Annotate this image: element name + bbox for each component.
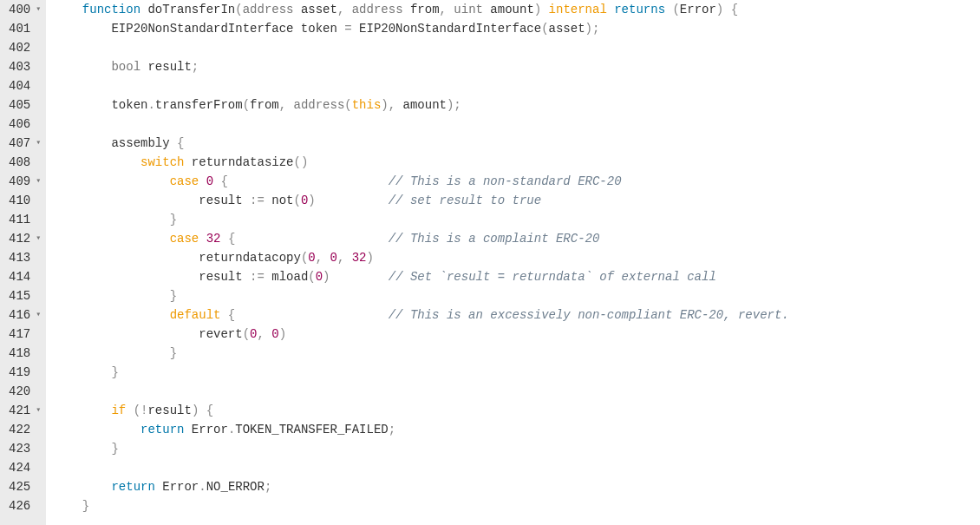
token-punct: , <box>337 251 352 265</box>
code-line[interactable]: } <box>53 363 980 382</box>
code-line[interactable]: token.transferFrom(from, address(this), … <box>53 95 980 115</box>
token-punct: ) <box>279 327 286 341</box>
line-number: 419 <box>9 363 41 382</box>
token-plain <box>126 404 133 417</box>
code-line[interactable]: } <box>53 286 980 305</box>
code-line[interactable]: return Error.NO_ERROR; <box>53 477 980 496</box>
code-line[interactable] <box>53 76 980 95</box>
code-line[interactable] <box>53 458 980 477</box>
code-editor[interactable]: 400▾401402403404405406407▾408409▾4104114… <box>0 0 980 525</box>
line-number: 415 <box>9 286 41 305</box>
line-number: 410 <box>9 191 41 210</box>
line-number: 404 <box>9 76 41 95</box>
token-punct: ( <box>243 327 250 341</box>
token-num: 32 <box>206 232 221 246</box>
token-plain <box>235 232 388 246</box>
token-plain: mload <box>265 270 308 284</box>
token-kw-type: bool <box>111 60 140 74</box>
token-comment: // This is an excessively non-compliant … <box>389 308 789 322</box>
token-kw-ret: return <box>140 423 184 436</box>
token-plain: from <box>403 3 440 16</box>
code-line[interactable]: returndatacopy(0, 0, 32) <box>53 248 980 267</box>
token-kw-sw: case <box>170 174 199 188</box>
token-comment: // This is a complaint ERC-20 <box>389 232 600 246</box>
token-kw-ret: returns <box>614 3 665 16</box>
code-line[interactable]: default { // This is an excessively non-… <box>53 305 980 325</box>
token-punct: ) { <box>192 404 213 417</box>
code-line[interactable]: EIP20NonStandardInterface token = EIP20N… <box>53 19 980 38</box>
line-number: 411 <box>9 210 41 229</box>
fold-marker-icon[interactable]: ▾ <box>36 0 41 19</box>
token-comment: // set result to true <box>389 194 541 207</box>
token-punct: , <box>257 327 271 341</box>
fold-marker-icon[interactable]: ▾ <box>36 229 41 248</box>
token-num: 0 <box>316 270 323 284</box>
code-area[interactable]: function doTransferIn(address asset, add… <box>46 0 980 525</box>
token-punct: , <box>279 98 294 112</box>
code-line[interactable] <box>53 382 980 401</box>
code-line[interactable]: revert(0, 0) <box>53 325 980 344</box>
token-kw-if: if <box>111 404 126 417</box>
line-number: 422 <box>9 420 41 439</box>
token-punct: ( <box>308 270 315 284</box>
token-plain <box>53 308 169 322</box>
code-line[interactable]: bool result; <box>53 57 980 76</box>
line-number: 416▾ <box>9 305 41 325</box>
line-number: 408 <box>9 153 41 172</box>
token-punct: ) <box>534 3 549 16</box>
token-num: 0 <box>206 174 213 188</box>
fold-marker-icon[interactable]: ▾ <box>36 134 41 153</box>
code-line[interactable]: result := not(0) // set result to true <box>53 191 980 210</box>
line-number: 400▾ <box>9 0 41 19</box>
token-punct: ( <box>243 98 250 112</box>
code-line[interactable]: } <box>53 210 980 229</box>
token-punct: , <box>337 3 352 16</box>
code-line[interactable]: case 32 { // This is a complaint ERC-20 <box>53 229 980 248</box>
code-line[interactable]: return Error.TOKEN_TRANSFER_FAILED; <box>53 420 980 439</box>
line-number-gutter: 400▾401402403404405406407▾408409▾4104114… <box>0 0 46 525</box>
token-plain: assembly <box>53 136 177 150</box>
line-number: 401 <box>9 19 41 38</box>
token-plain: result <box>53 270 250 284</box>
code-line[interactable]: switch returndatasize() <box>53 153 980 172</box>
code-line[interactable]: assembly { <box>53 134 980 153</box>
code-line[interactable]: result := mload(0) // Set `result = retu… <box>53 267 980 286</box>
code-line[interactable]: } <box>53 439 980 458</box>
token-punct: } <box>111 442 118 456</box>
code-line[interactable]: function doTransferIn(address asset, add… <box>53 0 980 19</box>
fold-marker-icon[interactable]: ▾ <box>36 172 41 191</box>
line-number: 405 <box>9 95 41 115</box>
token-plain <box>53 232 169 246</box>
token-punct: . <box>147 98 154 112</box>
token-plain <box>199 232 206 246</box>
token-plain: revert <box>53 327 242 341</box>
token-plain: from <box>250 98 279 112</box>
token-plain: doTransferIn <box>140 3 235 16</box>
token-plain: amount <box>483 3 534 16</box>
token-punct: ) <box>308 194 315 207</box>
token-kw-sw: case <box>170 232 199 246</box>
token-plain <box>220 232 227 246</box>
code-line[interactable]: if (!result) { <box>53 401 980 420</box>
token-punct: (! <box>134 404 148 417</box>
token-punct: . <box>199 480 206 494</box>
token-plain <box>53 404 111 417</box>
code-line[interactable]: } <box>53 496 980 515</box>
fold-marker-icon[interactable]: ▾ <box>36 401 41 420</box>
code-line[interactable]: } <box>53 344 980 363</box>
token-punct: ) <box>367 251 374 265</box>
fold-marker-icon[interactable]: ▾ <box>36 305 41 325</box>
line-number: 413 <box>9 248 41 267</box>
code-line[interactable] <box>53 115 980 134</box>
line-number: 423 <box>9 439 41 458</box>
token-plain: result <box>147 404 191 417</box>
token-punct: , <box>316 251 330 265</box>
line-number: 406 <box>9 115 41 134</box>
token-punct: ( <box>344 98 351 112</box>
code-line[interactable]: case 0 { // This is a non-standard ERC-2… <box>53 172 980 191</box>
token-plain <box>53 346 169 360</box>
code-line[interactable] <box>53 38 980 57</box>
token-num: 0 <box>271 327 278 341</box>
token-plain <box>53 423 140 436</box>
token-kw-type: address <box>294 98 345 112</box>
